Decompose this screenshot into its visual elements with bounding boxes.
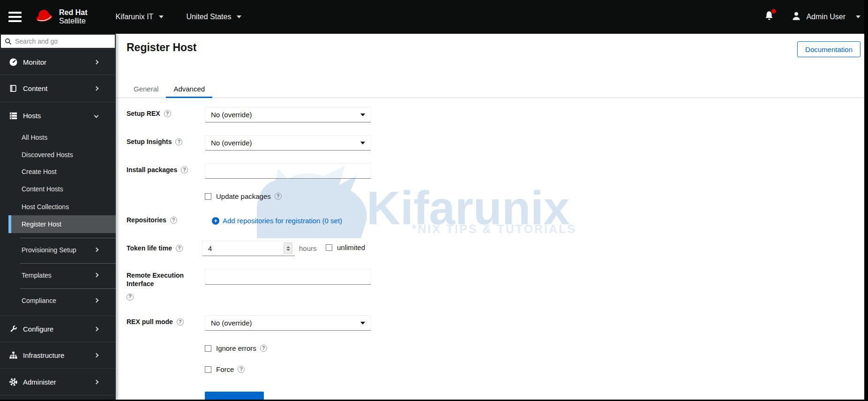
- chevron-right-icon: [94, 379, 99, 384]
- chevron-right-icon: [94, 86, 99, 91]
- masthead: Red Hat Satellite Kifarunix IT United St…: [0, 0, 868, 34]
- chevron-right-icon: [94, 298, 99, 303]
- chevron-right-icon: [94, 273, 99, 278]
- setup-rex-select[interactable]: No (override): [205, 107, 371, 122]
- sidebar-item-provisioning-setup[interactable]: Provisioning Setup: [0, 241, 116, 258]
- gauge-icon: [8, 58, 18, 67]
- sidebar-item-infrastructure[interactable]: Infrastructure: [0, 342, 116, 368]
- remote-execution-interface-label: Remote Execution Interface ?: [127, 271, 207, 301]
- unlimited-checkbox[interactable]: [326, 244, 332, 251]
- sidebar-item-administer[interactable]: Administer: [0, 368, 116, 395]
- ignore-errors-checkbox-row: Ignore errors ?: [205, 344, 267, 352]
- unlimited-checkbox-row: unlimited: [326, 243, 365, 251]
- ignore-errors-checkbox[interactable]: [205, 345, 211, 352]
- brand-line1: Red Hat: [59, 8, 87, 17]
- gear-icon: [8, 378, 18, 386]
- spinner-down-icon: [286, 249, 290, 251]
- update-packages-checkbox-row: Update packages ?: [205, 192, 282, 200]
- server-icon: [8, 111, 18, 120]
- main-content: Kifarunix *NIX TIPS & TUTORIALS Register…: [116, 34, 864, 400]
- update-packages-checkbox[interactable]: [205, 193, 211, 200]
- help-icon[interactable]: ?: [176, 245, 183, 252]
- install-packages-input[interactable]: [205, 163, 371, 179]
- help-icon[interactable]: ?: [177, 318, 184, 325]
- brand-line2: Satellite: [59, 17, 87, 25]
- nav-divider: [20, 263, 116, 264]
- search-box: [0, 34, 116, 49]
- rex-pull-mode-select[interactable]: No (override): [205, 315, 371, 331]
- chevron-down-icon: [159, 15, 164, 18]
- tabs: General Advanced: [116, 83, 864, 98]
- sidebar-item-host-collections[interactable]: Host Collections: [0, 198, 116, 215]
- help-icon[interactable]: ?: [181, 166, 188, 174]
- chevron-down-icon: [237, 15, 241, 18]
- help-icon[interactable]: ?: [170, 217, 177, 224]
- plus-circle-icon: +: [212, 217, 219, 225]
- help-icon[interactable]: ?: [164, 110, 171, 117]
- setup-rex-label: Setup REX ?: [127, 110, 207, 117]
- chevron-down-icon: [360, 142, 365, 144]
- chevron-right-icon: [94, 353, 99, 358]
- help-icon[interactable]: ?: [175, 138, 182, 145]
- wrench-icon: [8, 325, 18, 333]
- chevron-right-icon: [94, 327, 99, 332]
- user-avatar-icon: [791, 11, 806, 23]
- nav-divider: [20, 288, 116, 289]
- sidebar-item-create-host[interactable]: Create Host: [0, 163, 116, 180]
- book-icon: [8, 84, 18, 93]
- remote-execution-interface-input[interactable]: [205, 269, 371, 285]
- help-icon[interactable]: ?: [238, 366, 245, 373]
- sidebar-item-monitor[interactable]: Monitor: [0, 49, 116, 75]
- vertical-nav: Monitor Content: [0, 34, 116, 400]
- chevron-down-icon: [94, 113, 99, 118]
- chevron-down-icon: [856, 15, 861, 18]
- force-checkbox-row: Force ?: [205, 365, 245, 373]
- unlimited-label: unlimited: [337, 243, 365, 251]
- location-selector[interactable]: United States: [186, 13, 241, 21]
- sidebar-item-content[interactable]: Content: [0, 75, 116, 102]
- sidebar-item-content-hosts[interactable]: Content Hosts: [0, 180, 116, 198]
- sidebar-item-all-hosts[interactable]: All Hosts: [0, 129, 116, 146]
- chevron-right-icon: [94, 248, 99, 252]
- ignore-errors-label: Ignore errors: [216, 344, 256, 352]
- help-icon[interactable]: ?: [127, 294, 134, 301]
- sidebar-item-register-host[interactable]: Register Host: [8, 215, 116, 233]
- redhat-satellite-logo[interactable]: Red Hat Satellite: [34, 8, 87, 26]
- tab-general[interactable]: General: [126, 83, 166, 98]
- add-repositories-link[interactable]: + Add repositories for registration (0 s…: [212, 217, 342, 225]
- chevron-down-icon: [360, 322, 365, 325]
- window-edge: [864, 0, 868, 401]
- bell-icon: [764, 15, 774, 23]
- page-title: Register Host: [127, 41, 197, 54]
- svg-text:*NIX TIPS & TUTORIALS: *NIX TIPS & TUTORIALS: [412, 222, 576, 235]
- network-icon: [8, 351, 18, 360]
- update-packages-label: Update packages: [216, 192, 271, 200]
- help-icon[interactable]: ?: [275, 193, 282, 200]
- search-input[interactable]: [1, 35, 115, 48]
- documentation-button[interactable]: Documentation: [797, 41, 861, 57]
- sidebar-item-configure[interactable]: Configure: [0, 316, 116, 342]
- number-spinner[interactable]: [284, 242, 292, 254]
- notification-badge: [771, 9, 776, 14]
- help-icon[interactable]: ?: [260, 345, 267, 352]
- sidebar-item-discovered-hosts[interactable]: Discovered Hosts: [0, 146, 116, 163]
- organization-selector[interactable]: Kifarunix IT: [115, 13, 164, 21]
- token-life-time-input[interactable]: [202, 241, 295, 256]
- user-menu[interactable]: Admin User: [791, 11, 861, 23]
- nav-divider: [20, 238, 116, 238]
- sidebar-item-compliance[interactable]: Compliance: [0, 292, 116, 309]
- chevron-right-icon: [94, 60, 99, 64]
- token-unit-label: hours: [299, 244, 317, 252]
- rex-pull-mode-label: REX pull mode ?: [127, 318, 207, 325]
- tab-advanced[interactable]: Advanced: [166, 83, 212, 98]
- hamburger-menu-icon[interactable]: [8, 9, 22, 24]
- nav-divider: [0, 395, 116, 395]
- sidebar-item-templates[interactable]: Templates: [0, 266, 116, 284]
- setup-insights-label: Setup Insights ?: [127, 138, 207, 145]
- setup-insights-select[interactable]: No (override): [205, 135, 371, 151]
- force-checkbox[interactable]: [205, 366, 211, 373]
- notifications-button[interactable]: [764, 10, 774, 23]
- chevron-down-icon: [360, 113, 365, 116]
- generate-command-button[interactable]: [205, 392, 264, 400]
- sidebar-item-hosts[interactable]: Hosts: [0, 102, 116, 129]
